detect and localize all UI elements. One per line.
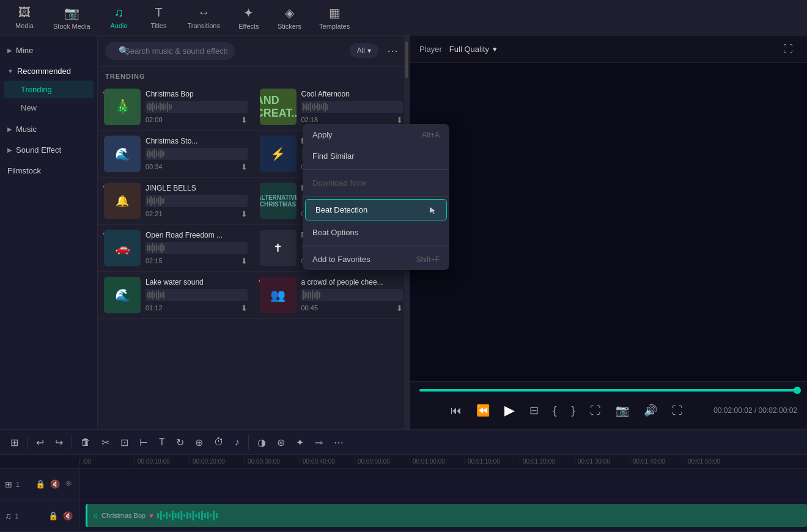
transitions-icon: ↔ [197,5,210,20]
sidebar: ▶ Mine ▼ Recommended Trending New ▶ Musi… [0,35,98,429]
frame-back-button[interactable]: ⏪ [473,400,493,421]
stabilize-button[interactable]: ⊛ [273,434,289,451]
video-eye-button[interactable]: 👁 [64,478,74,490]
progress-thumb[interactable] [794,387,801,394]
current-time: 00:02:00:02 [713,406,752,415]
sidebar-mine-label: Mine [16,46,33,55]
more-ctrl-button[interactable]: ⛶ [668,401,687,421]
delete-button[interactable]: 🗑 [76,434,95,451]
toolbar-stickers[interactable]: ◈ Stickers [270,2,309,34]
toolbar-media[interactable]: 🖼 Media [6,2,43,33]
rewind-button[interactable]: ⏮ [447,401,465,421]
context-menu-separator3 [303,246,449,246]
filter-button[interactable]: All ▾ [350,43,378,58]
more-options-button[interactable]: ⋯ [383,42,402,60]
download-icon[interactable]: ⬇ [241,257,248,266]
loop-button[interactable]: ⊟ [526,400,542,421]
progress-fill [419,389,797,392]
quality-selector[interactable]: Full Quality ▾ [449,45,497,54]
context-menu-find-similar[interactable]: Find Similar [303,145,449,167]
track-item[interactable]: ♥ 🚗 Open Road Freedom ... 02:15 [98,225,254,272]
bracket-left-button[interactable]: { [550,401,561,421]
toolbar-transitions-label: Transitions [188,22,220,29]
audio-track-content[interactable]: ♫ Christmas Bop ♥ [79,500,807,531]
svg-rect-3 [166,512,168,519]
redo-button[interactable]: ↪ [51,434,67,451]
sidebar-section-filmstock: Filmstock [0,162,97,180]
find-similar-label: Find Similar [312,151,355,161]
audio-mute-button[interactable]: 🔇 [62,510,74,522]
filter-chevron-icon: ▾ [367,46,371,55]
download-icon[interactable]: ⬇ [241,210,248,219]
expand-icon[interactable]: ⛶ [779,40,797,57]
sidebar-item-new[interactable]: New [4,99,94,117]
track-info: a crowd of people chee... 00:45 ⬇ [301,278,404,313]
toolbar-templates[interactable]: ▦ Templates [312,2,357,34]
track-item[interactable]: ♥ 🔔 JINGLE BELLS 02:21 ⬇ [98,178,254,225]
progress-track[interactable] [419,389,797,392]
speed-button[interactable]: ⏱ [210,434,228,451]
split-view-button[interactable]: ⊞ [6,434,23,451]
track-thumb: AND CREAT... [260,89,297,125]
track-waveform [146,289,248,301]
split-track-button[interactable]: ⊸ [311,434,327,451]
download-icon[interactable]: ⬇ [396,115,403,125]
track-duration: 02:21 [146,210,163,217]
context-menu-apply[interactable]: Apply Alt+A [303,124,449,145]
toolbar-media-label: Media [15,22,34,29]
track-item[interactable]: ♥ 🎄 Christmas Bop 02:00 ⬇ [98,84,254,131]
toolbar-stickers-label: Stickers [278,23,301,30]
sidebar-music-header[interactable]: ▶ Music [0,120,97,138]
video-track-content[interactable] [79,468,807,500]
audio-lock-button[interactable]: 🔒 [47,510,59,522]
svg-rect-16 [204,513,205,518]
sidebar-filmstock-header[interactable]: Filmstock [0,162,97,180]
sidebar-item-trending[interactable]: Trending [4,81,94,98]
toolbar-titles[interactable]: T Titles [141,2,177,33]
toolbar-audio[interactable]: ♫ Audio [101,2,138,33]
video-lock-button[interactable]: 🔒 [34,478,46,490]
rotate-button[interactable]: ↻ [172,434,188,451]
ai-tools-button[interactable]: ✦ [292,434,308,451]
context-menu-beat-detection[interactable]: Beat Detection [305,199,447,220]
toolbar-stock-media[interactable]: 📷 Stock Media [46,2,98,34]
timeline-area: :00 00:00:10:00 00:00:20:00 00:00:30:00 … [0,455,807,532]
track-name: Open Road Freedom ... [146,231,248,239]
download-icon[interactable]: ⬇ [241,162,248,172]
sidebar-sound-header[interactable]: ▶ Sound Effect [0,141,97,159]
snapshot-button[interactable]: 📷 [612,400,633,421]
more-tools-button[interactable]: ⋯ [330,434,348,451]
zoom-button[interactable]: ⊕ [191,434,207,451]
audio-clip[interactable]: ♫ Christmas Bop ♥ [86,504,807,527]
svg-rect-4 [169,514,171,517]
context-menu-add-favorites[interactable]: Add to Favorites Shift+F [303,249,449,270]
track-item[interactable]: ♥ 👥 a crowd of people chee... 00:45 [254,272,410,319]
toolbar-effects[interactable]: ✦ Effects [230,2,267,34]
cut-button[interactable]: ✂ [97,434,114,451]
undo-button[interactable]: ↩ [32,434,48,451]
volume-button[interactable]: 🔊 [640,400,661,421]
sidebar-recommended-header[interactable]: ▼ Recommended [0,62,97,80]
context-menu-beat-options[interactable]: Beat Options [303,222,449,243]
color-button[interactable]: ◑ [253,434,270,451]
track-item[interactable]: 🌊 Lake water sound 01:12 ⬇ [98,272,254,319]
fullscreen-button[interactable]: ⛶ [586,401,605,421]
track-item[interactable]: 🌊 Christmas Sto... 00:34 ⬇ [98,131,254,178]
play-button[interactable]: ▶ [501,399,518,422]
bracket-right-button[interactable]: } [568,401,579,421]
download-icon[interactable]: ⬇ [241,115,248,125]
video-mute-button[interactable]: 🔇 [49,478,61,490]
download-icon[interactable]: ⬇ [241,304,248,313]
crop-button[interactable]: ⊡ [116,434,133,451]
track-thumb: ⚡ [260,136,297,172]
audio-adj-button[interactable]: ♪ [230,434,244,451]
sidebar-mine-header[interactable]: ▶ Mine [0,42,97,59]
beat-options-label: Beat Options [312,228,358,237]
track-meta: 02:15 ⬇ [146,257,248,266]
controls-row-wrapper: ⏮ ⏪ ▶ ⊟ { } ⛶ 📷 🔊 ⛶ 00:02:00:02 / 00:02:… [419,399,797,422]
toolbar-titles-label: Titles [151,22,167,29]
download-icon[interactable]: ⬇ [396,304,403,313]
text-button[interactable]: T [155,434,169,451]
toolbar-transitions[interactable]: ↔ Transitions [180,2,227,33]
trim-button[interactable]: ⊢ [135,434,152,451]
